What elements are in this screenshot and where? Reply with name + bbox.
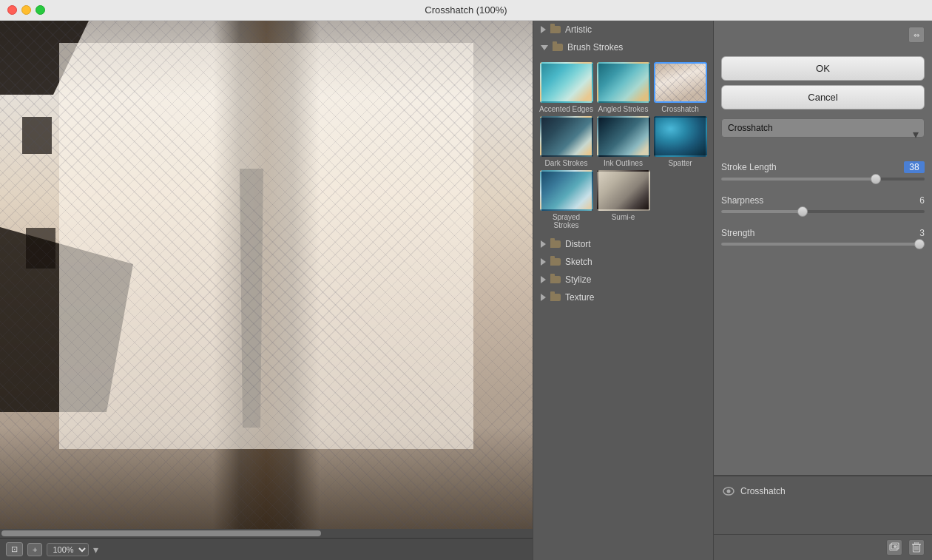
effect-item-crosshatch: Crosshatch (721, 482, 925, 500)
filter-panel: Artistic Brush Strokes Accented Edges An… (533, 21, 714, 560)
thumb-label-sprayed-strokes: Sprayed Strokes (539, 213, 593, 229)
thumb-accented-edges[interactable]: Accented Edges (539, 62, 593, 113)
sharpness-value: 6 (910, 195, 925, 206)
expand-icon-sketch (541, 258, 546, 266)
filter-dropdown[interactable]: Crosshatch Accented Edges Angled Strokes… (721, 118, 925, 138)
thumb-img-sprayed-strokes (540, 170, 593, 211)
main-content: ⊡ + 100% 25% 50% 200% ▾ Artistic Brush S… (0, 21, 932, 560)
thumb-img-dark-strokes (540, 116, 593, 157)
visibility-icon[interactable] (723, 485, 735, 497)
category-stylize-label: Stylize (565, 274, 591, 285)
thumb-spatter[interactable]: Spatter (653, 116, 707, 167)
stroke-length-fill (721, 178, 876, 181)
sharpness-fill (721, 210, 803, 213)
stroke-length-row: Stroke Length 38 (721, 161, 925, 185)
folder-icon-sketch (550, 258, 561, 266)
thumb-img-ink-outlines (597, 116, 650, 157)
thumb-dark-strokes[interactable]: Dark Strokes (539, 116, 593, 167)
expand-icon-artistic (541, 26, 546, 33)
sharpness-thumb[interactable] (797, 206, 808, 217)
thumb-label-crosshatch: Crosshatch (661, 105, 699, 113)
thumb-img-sumi-e (597, 170, 650, 211)
category-artistic-label: Artistic (565, 24, 592, 35)
category-sketch-label: Sketch (565, 257, 592, 267)
canvas-area[interactable]: ⊡ + 100% 25% 50% 200% ▾ (0, 21, 533, 560)
folder-icon-stylize (550, 276, 561, 283)
expand-icon-stylize (541, 276, 546, 283)
sharpness-track[interactable] (721, 210, 925, 213)
building-facade (59, 43, 473, 449)
canvas-toolbar: ⊡ + 100% 25% 50% 200% ▾ (0, 538, 533, 560)
cancel-button[interactable]: Cancel (721, 85, 925, 109)
stroke-length-track[interactable] (721, 178, 925, 181)
thumb-label-angled-strokes: Angled Strokes (598, 105, 649, 113)
controls-panel: ⇔ OK Cancel Crosshatch Accented Edges An… (714, 21, 932, 560)
thumb-label-spatter: Spatter (668, 159, 692, 167)
sharpness-header: Sharpness 6 (721, 195, 925, 206)
category-texture[interactable]: Texture (533, 289, 713, 306)
canvas-tool-btn-2[interactable]: + (27, 543, 42, 556)
strength-track[interactable] (721, 243, 925, 246)
new-effect-button[interactable] (886, 539, 902, 556)
expand-icon-distort (541, 240, 546, 248)
folder-icon-brush-strokes (553, 44, 563, 51)
zoom-dropdown-arrow[interactable]: ▾ (93, 544, 98, 556)
close-button[interactable] (7, 5, 17, 15)
ok-button[interactable]: OK (721, 56, 925, 81)
canvas-scrollbar[interactable] (0, 529, 533, 538)
brush-strokes-thumbnails: Accented Edges Angled Strokes Crosshatch… (533, 56, 713, 235)
thumb-img-crosshatch (654, 62, 707, 103)
minimize-button[interactable] (21, 5, 31, 15)
category-sketch[interactable]: Sketch (533, 253, 713, 271)
category-artistic[interactable]: Artistic (533, 21, 713, 38)
svg-point-1 (727, 490, 731, 493)
thumb-label-accented-edges: Accented Edges (539, 105, 593, 113)
maximize-button[interactable] (36, 5, 45, 15)
thumb-label-sumi-e: Sumi-e (612, 213, 635, 221)
thumb-angled-strokes[interactable]: Angled Strokes (596, 62, 650, 113)
expand-panel-button[interactable]: ⇔ (908, 27, 925, 43)
window-title: Crosshatch (100%) (425, 4, 507, 16)
category-brush-strokes[interactable]: Brush Strokes (533, 38, 713, 56)
stroke-length-thumb[interactable] (871, 174, 881, 184)
strength-value: 3 (910, 228, 925, 238)
window-controls[interactable] (7, 5, 45, 15)
folder-icon-distort (550, 240, 561, 248)
strength-thumb[interactable] (914, 239, 925, 249)
strength-fill (721, 243, 925, 246)
bottom-actions (714, 534, 932, 560)
zoom-select[interactable]: 100% 25% 50% 200% (47, 543, 89, 556)
thumb-img-spatter (654, 116, 707, 157)
thumb-img-accented-edges (540, 62, 593, 103)
canvas-tool-btn-1[interactable]: ⊡ (6, 542, 23, 556)
building-window-2 (26, 228, 55, 269)
delete-icon (912, 542, 921, 553)
stroke-length-header: Stroke Length 38 (721, 161, 925, 173)
building-window-1 (22, 117, 52, 154)
sharpness-row: Sharpness 6 (721, 195, 925, 217)
category-distort-label: Distort (565, 239, 591, 249)
thumb-label-dark-strokes: Dark Strokes (545, 159, 588, 167)
thumb-crosshatch[interactable]: Crosshatch (653, 62, 707, 113)
scrollbar-thumb[interactable] (1, 530, 321, 536)
svg-rect-7 (915, 542, 919, 544)
strength-header: Strength 3 (721, 228, 925, 238)
category-stylize[interactable]: Stylize (533, 271, 713, 289)
thumb-label-ink-outlines: Ink Outlines (604, 159, 643, 167)
thumb-sumi-e[interactable]: Sumi-e (596, 170, 650, 229)
thumb-sprayed-strokes[interactable]: Sprayed Strokes (539, 170, 593, 229)
title-bar: Crosshatch (100%) (0, 0, 932, 21)
folder-icon-texture (550, 294, 561, 301)
stroke-length-value: 38 (904, 161, 925, 173)
thumb-ink-outlines[interactable]: Ink Outlines (596, 116, 650, 167)
category-texture-label: Texture (565, 292, 594, 303)
delete-effect-button[interactable] (908, 539, 925, 556)
thumb-img-angled-strokes (597, 62, 650, 103)
folder-icon-artistic (550, 26, 561, 33)
effect-name: Crosshatch (740, 486, 786, 496)
category-brush-strokes-section: Brush Strokes Accented Edges Angled Stro… (533, 38, 713, 235)
expand-icon-brush-strokes (541, 45, 548, 50)
effects-list: Crosshatch (714, 475, 932, 534)
expand-icon-texture (541, 294, 546, 301)
category-distort[interactable]: Distort (533, 235, 713, 253)
